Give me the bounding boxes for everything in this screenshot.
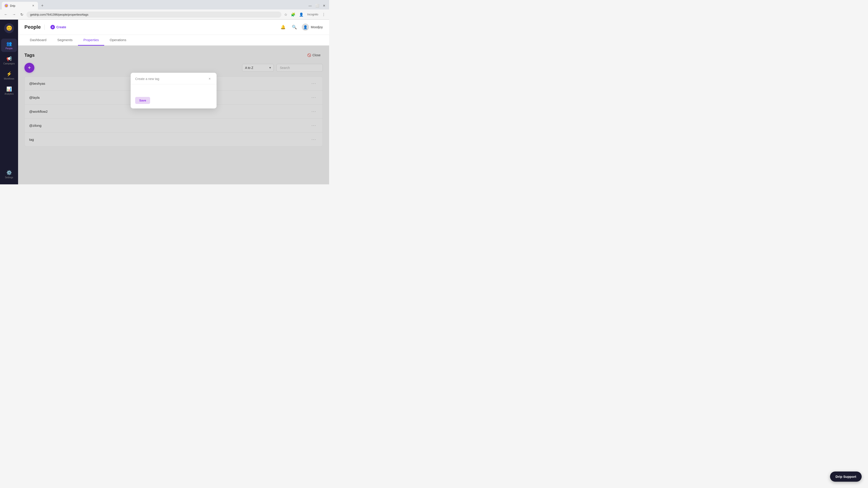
sidebar-item-analytics[interactable]: 📊 Analytics — [1, 84, 17, 97]
table-row: tag ··· — [25, 133, 322, 147]
reload-button[interactable]: ↻ — [19, 11, 25, 18]
create-label: Create — [56, 25, 66, 29]
add-icon: + — [28, 65, 31, 71]
tag-name: @zilong — [29, 124, 310, 127]
tags-toolbar: + A to Z Z to A Newest Oldest ▼ — [24, 63, 323, 73]
sidebar-item-workflows-label: Workflows — [4, 77, 14, 80]
sidebar-item-settings-label: Settings — [5, 176, 13, 179]
create-button[interactable]: + Create — [48, 24, 68, 31]
tag-name: tag — [29, 138, 310, 141]
profile-button[interactable]: 👤 — [298, 11, 305, 18]
tag-more-button[interactable]: ··· — [310, 94, 318, 101]
tag-more-button[interactable]: ··· — [310, 80, 318, 87]
sidebar-item-people[interactable]: 👥 People — [1, 39, 17, 52]
app-container: 😊 👥 People 📢 Campaigns ⚡ Workflows 📊 Ana… — [0, 20, 329, 184]
analytics-icon: 📊 — [6, 86, 12, 92]
search-input[interactable] — [276, 64, 323, 72]
table-row: @zilong ··· — [25, 119, 322, 133]
people-icon: 👥 — [6, 41, 12, 46]
main-content: People + Create 🔔 🔍 👤 Moodjoy Dashboard … — [18, 20, 329, 184]
tag-more-button[interactable]: ··· — [310, 108, 318, 115]
close-button[interactable]: 🚫 Close — [305, 52, 323, 58]
sort-select-wrapper: A to Z Z to A Newest Oldest ▼ — [242, 64, 274, 72]
menu-button[interactable]: ⋮ — [321, 11, 327, 18]
new-tab-button[interactable]: + — [40, 3, 45, 8]
sidebar-item-campaigns[interactable]: 📢 Campaigns — [1, 54, 17, 67]
modal-header: Create a new tag × — [131, 73, 217, 84]
close-label: Close — [312, 53, 320, 57]
tag-more-button[interactable]: ··· — [310, 122, 318, 129]
content-area: Tags 🚫 Close + A to Z Z to A Newest — [18, 46, 329, 184]
tag-name: @workflow2 — [29, 109, 310, 113]
user-info[interactable]: 👤 Moodjoy — [302, 24, 323, 31]
tab-operations[interactable]: Operations — [104, 35, 131, 46]
tab-properties[interactable]: Properties — [78, 35, 104, 46]
tag-more-button[interactable]: ··· — [310, 136, 318, 143]
tab-navigation: Dashboard Segments Properties Operations — [18, 35, 329, 46]
browser-tab[interactable]: 😊 Drip ✕ — [2, 2, 38, 9]
back-button[interactable]: ← — [3, 11, 9, 18]
sidebar-item-people-label: People — [5, 47, 12, 50]
campaigns-icon: 📢 — [6, 56, 12, 61]
modal-body: Save — [131, 84, 217, 108]
sidebar: 😊 👥 People 📢 Campaigns ⚡ Workflows 📊 Ana… — [0, 20, 18, 184]
sort-select[interactable]: A to Z Z to A Newest Oldest — [242, 64, 274, 72]
address-bar-row: ← → ↻ ☆ 🧩 👤 Incognito ⋮ — [0, 9, 329, 20]
tags-header: Tags 🚫 Close — [24, 52, 323, 58]
user-name: Moodjoy — [311, 25, 323, 29]
logo-icon: 😊 — [6, 25, 12, 31]
tab-close-button[interactable]: ✕ — [31, 4, 35, 8]
tab-title: Drip — [10, 4, 16, 7]
tab-favicon: 😊 — [4, 4, 8, 7]
window-controls: — ⬜ ✕ — [309, 4, 327, 7]
sidebar-item-settings[interactable]: ⚙️ Settings — [1, 168, 17, 181]
maximize-button[interactable]: ⬜ — [315, 4, 319, 7]
extension-button[interactable]: 🧩 — [290, 11, 296, 18]
modal-title: Create a new tag — [135, 77, 159, 80]
forward-button[interactable]: → — [11, 11, 17, 18]
browser-actions: ☆ 🧩 👤 Incognito ⋮ — [283, 11, 327, 18]
page-title: People — [24, 24, 41, 30]
modal-close-button[interactable]: × — [207, 76, 212, 81]
browser-chrome: 😊 Drip ✕ + — ⬜ ✕ ← → ↻ ☆ 🧩 👤 Incognito ⋮ — [0, 0, 329, 20]
sidebar-item-workflows[interactable]: ⚡ Workflows — [1, 69, 17, 82]
new-tag-input[interactable] — [135, 88, 212, 93]
tab-segments[interactable]: Segments — [52, 35, 78, 46]
create-tag-modal: Create a new tag × Save — [131, 73, 217, 108]
notifications-button[interactable]: 🔔 — [279, 23, 287, 31]
modal-save-button[interactable]: Save — [135, 97, 150, 104]
header-divider — [44, 24, 44, 30]
settings-icon: ⚙️ — [6, 170, 12, 175]
star-button[interactable]: ☆ — [283, 11, 288, 18]
sidebar-item-analytics-label: Analytics — [4, 93, 13, 95]
sidebar-logo: 😊 — [4, 23, 14, 33]
tags-title: Tags — [24, 53, 35, 58]
minimize-button[interactable]: — — [309, 4, 312, 7]
workflows-icon: ⚡ — [6, 71, 12, 76]
incognito-label: Incognito — [306, 13, 319, 16]
top-header: People + Create 🔔 🔍 👤 Moodjoy — [18, 20, 329, 35]
search-button[interactable]: 🔍 — [290, 23, 298, 31]
close-window-button[interactable]: ✕ — [323, 4, 326, 7]
tab-dashboard[interactable]: Dashboard — [24, 35, 52, 46]
tab-bar: 😊 Drip ✕ + — ⬜ ✕ — [0, 0, 329, 9]
add-tag-button[interactable]: + — [24, 63, 34, 73]
header-right: 🔔 🔍 👤 Moodjoy — [279, 23, 323, 31]
close-icon: 🚫 — [307, 53, 311, 57]
address-input[interactable] — [26, 11, 281, 18]
avatar: 👤 — [302, 24, 309, 31]
create-icon: + — [51, 25, 55, 29]
sidebar-item-campaigns-label: Campaigns — [3, 62, 15, 65]
